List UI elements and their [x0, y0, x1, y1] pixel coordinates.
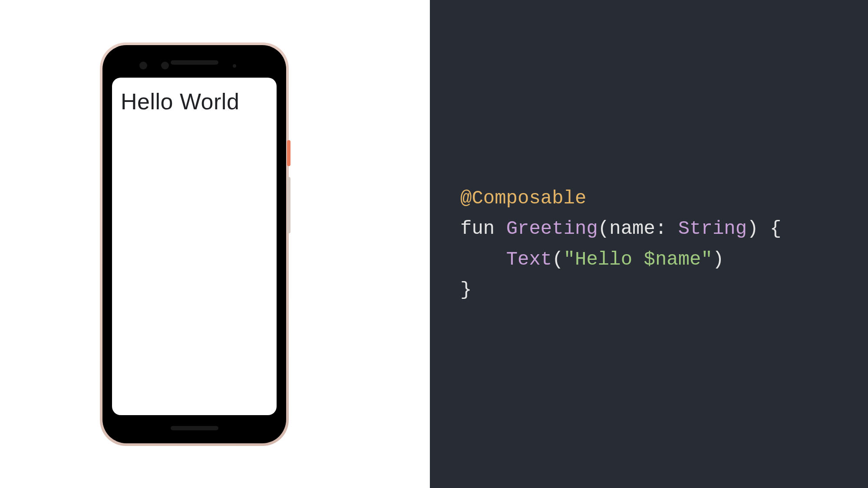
code-indent: [460, 249, 506, 270]
code-close-brace: }: [460, 279, 472, 301]
code-call-close: ): [713, 249, 724, 270]
greeting-text: Hello World: [121, 88, 268, 115]
bottom-speaker-icon: [171, 426, 218, 430]
sensor-dot-icon: [233, 64, 236, 68]
code-block: @Composable fun Greeting(name: String) {…: [460, 183, 781, 305]
phone-mockup: Hello World: [100, 43, 289, 446]
code-keyword-fun: fun: [460, 218, 506, 239]
code-open-paren: (: [598, 218, 609, 239]
code-close-paren-brace: ) {: [747, 218, 781, 239]
code-type-name: String: [678, 218, 747, 239]
code-call-name: Text: [506, 249, 552, 270]
earpiece-speaker-icon: [171, 60, 218, 65]
code-panel: @Composable fun Greeting(name: String) {…: [430, 0, 868, 488]
code-param-name: name: [609, 218, 655, 239]
power-button-icon: [287, 140, 290, 166]
phone-screen: Hello World: [112, 78, 277, 415]
preview-panel: Hello World: [0, 0, 430, 488]
phone-body: Hello World: [102, 45, 286, 443]
code-function-name: Greeting: [506, 218, 598, 239]
code-call-open: (: [552, 249, 563, 270]
code-string-literal: "Hello $name": [564, 249, 713, 270]
front-camera-icon: [161, 62, 169, 69]
volume-button-icon: [287, 177, 290, 233]
code-colon: :: [655, 218, 678, 239]
front-camera-icon: [139, 62, 147, 69]
code-annotation: @Composable: [460, 187, 586, 209]
